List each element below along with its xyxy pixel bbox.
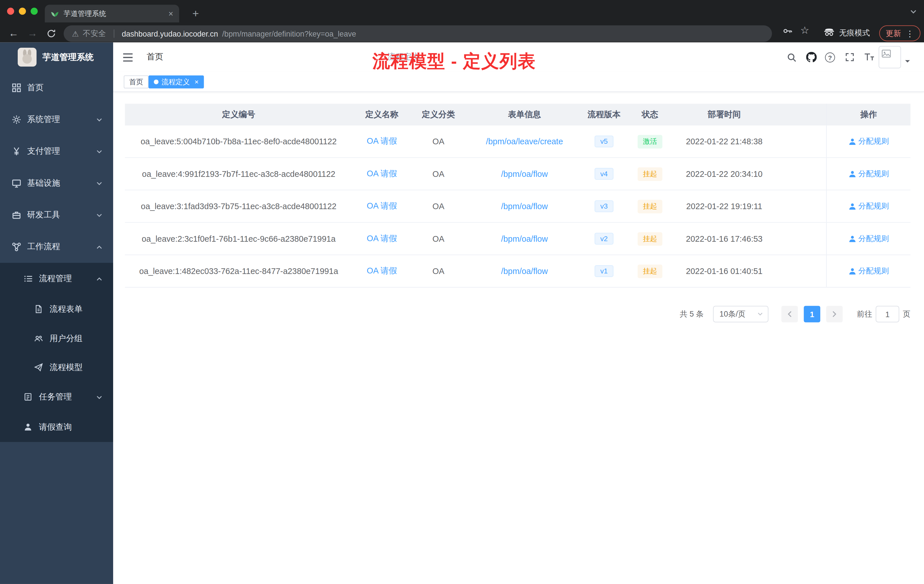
- definition-name-link[interactable]: OA 请假: [367, 168, 397, 179]
- sidebar-item-payment-mgmt[interactable]: 支付管理: [0, 135, 113, 167]
- status-badge[interactable]: 激活: [638, 135, 663, 148]
- logo-avatar: [18, 48, 36, 66]
- sidebar-item-home[interactable]: 首页: [0, 72, 113, 104]
- yen-icon: [12, 147, 21, 156]
- next-page-button[interactable]: [826, 306, 843, 322]
- status-badge[interactable]: 挂起: [638, 232, 663, 246]
- tag-label: 流程定义: [162, 77, 190, 87]
- chevron-down-icon: [96, 212, 102, 218]
- sidebar-item-label: 系统管理: [27, 114, 60, 125]
- bookmark-star-icon[interactable]: ☆: [800, 24, 809, 36]
- column-header: 表单信息: [465, 104, 583, 125]
- tag-home[interactable]: 首页: [124, 76, 148, 88]
- search-icon[interactable]: [787, 53, 797, 63]
- font-size-icon[interactable]: [864, 53, 874, 62]
- status-badge[interactable]: 挂起: [638, 264, 663, 278]
- sidebar-item-task-mgmt[interactable]: 任务管理: [0, 382, 113, 412]
- sidebar-logo[interactable]: 芋道管理系统: [0, 43, 113, 72]
- goto-page-input[interactable]: [876, 306, 899, 322]
- assign-rule-button[interactable]: 分配规则: [848, 201, 889, 211]
- definition-id: oa_leave:3:1fad3d93-7b75-11ec-a3c8-acde4…: [125, 190, 352, 222]
- paper-plane-icon: [34, 363, 44, 372]
- address-bar[interactable]: ⚠ 不安全 dashboard.yudao.iocoder.cn/bpm/man…: [64, 25, 772, 42]
- definition-category: OA: [411, 190, 466, 222]
- tab-search-chevron-icon[interactable]: [910, 8, 917, 15]
- minimize-window-button[interactable]: [19, 8, 26, 15]
- sidebar-item-system-mgmt[interactable]: 系统管理: [0, 104, 113, 135]
- fullscreen-icon[interactable]: [845, 53, 855, 62]
- definition-name-link[interactable]: OA 请假: [367, 136, 397, 147]
- sidebar-item-leave-query[interactable]: 请假查询: [0, 412, 113, 442]
- definition-id: oa_leave:1:482ec033-762a-11ec-8477-a2380…: [125, 255, 352, 287]
- list-icon: [24, 274, 33, 284]
- forward-button[interactable]: →: [24, 25, 41, 43]
- sidebar-item-infrastructure[interactable]: 基础设施: [0, 167, 113, 199]
- chevron-up-icon: [96, 276, 102, 282]
- avatar-caret-down-icon: [905, 60, 910, 65]
- security-warning-icon: ⚠: [72, 29, 79, 38]
- assign-rule-button[interactable]: 分配规则: [848, 233, 889, 244]
- breadcrumb-home[interactable]: 首页: [147, 52, 374, 63]
- table-row: oa_leave:4:991f2193-7b7f-11ec-a3c8-acde4…: [125, 158, 910, 190]
- sidebar-item-process-model[interactable]: 流程模型: [0, 353, 113, 382]
- sidebar-item-process-form[interactable]: 流程表单: [0, 295, 113, 324]
- sidebar: 芋道管理系统 首页 系统管理: [0, 43, 113, 584]
- app-title: 芋道管理系统: [43, 51, 94, 63]
- column-header: 部署时间: [675, 104, 773, 125]
- sidebar-item-workflow[interactable]: 工作流程: [0, 231, 113, 263]
- new-tab-button[interactable]: +: [187, 5, 204, 22]
- back-button[interactable]: ←: [5, 25, 23, 43]
- sidebar-collapse-hamburger-icon[interactable]: [122, 53, 133, 62]
- sidebar-item-dev-tools[interactable]: 研发工具: [0, 199, 113, 231]
- chevron-right-icon: [832, 310, 837, 318]
- table-row: oa_leave:5:004b710b-7b8a-11ec-8ef0-acde4…: [125, 125, 910, 158]
- password-key-icon[interactable]: [782, 26, 792, 36]
- form-link[interactable]: /bpm/oa/flow: [501, 201, 548, 211]
- update-button[interactable]: 更新 ⋮: [879, 25, 920, 41]
- reload-button[interactable]: [43, 25, 60, 43]
- github-icon[interactable]: [806, 52, 817, 63]
- tag-process-definition[interactable]: 流程定义 ×: [148, 76, 204, 88]
- definition-id: oa_leave:5:004b710b-7b8a-11ec-8ef0-acde4…: [125, 125, 352, 157]
- browser-menu-kebab-icon[interactable]: ⋮: [906, 28, 914, 38]
- status-badge[interactable]: 挂起: [638, 167, 663, 181]
- prev-page-button[interactable]: [781, 306, 798, 322]
- tag-close-icon[interactable]: ×: [195, 78, 198, 86]
- user-icon: [848, 235, 856, 243]
- chevron-down-icon: [96, 148, 102, 155]
- definition-category: OA: [411, 255, 466, 287]
- sidebar-item-user-group[interactable]: 用户分组: [0, 324, 113, 353]
- security-label[interactable]: 不安全: [83, 28, 106, 39]
- version-badge: v2: [594, 233, 614, 244]
- definition-category: OA: [411, 158, 466, 190]
- page-size-select[interactable]: 10条/页: [713, 306, 769, 322]
- browser-tab[interactable]: 芋道管理系统 ×: [45, 5, 179, 23]
- user-icon: [848, 202, 856, 210]
- column-header: 流程版本: [583, 104, 625, 125]
- form-link[interactable]: /bpm/oa/flow: [501, 234, 548, 243]
- assign-rule-button[interactable]: 分配规则: [848, 168, 889, 179]
- close-window-button[interactable]: [7, 8, 14, 15]
- sidebar-item-process-mgmt[interactable]: 流程管理: [0, 263, 113, 295]
- assign-rule-button[interactable]: 分配规则: [848, 136, 889, 147]
- deploy-time: 2022-01-22 19:19:11: [675, 190, 773, 222]
- definition-name-link[interactable]: OA 请假: [367, 266, 397, 276]
- monitor-icon: [12, 178, 21, 188]
- definition-name-link[interactable]: OA 请假: [367, 201, 397, 211]
- definition-name-link[interactable]: OA 请假: [367, 233, 397, 244]
- tab-close-icon[interactable]: ×: [168, 9, 173, 18]
- clipboard-icon: [24, 393, 33, 402]
- form-link[interactable]: /bpm/oa/leave/create: [486, 137, 563, 146]
- version-badge: v5: [594, 135, 614, 147]
- assign-rule-button[interactable]: 分配规则: [848, 266, 889, 276]
- current-page-button[interactable]: 1: [804, 306, 820, 322]
- favicon-leaf-icon: [51, 10, 59, 18]
- user-icon: [848, 267, 856, 275]
- status-badge[interactable]: 挂起: [638, 200, 663, 213]
- help-icon[interactable]: ?: [825, 53, 835, 63]
- tags-view-bar: 首页 流程定义 ×: [113, 72, 924, 92]
- avatar[interactable]: [879, 46, 901, 68]
- form-link[interactable]: /bpm/oa/flow: [501, 169, 548, 178]
- maximize-window-button[interactable]: [31, 8, 38, 15]
- form-link[interactable]: /bpm/oa/flow: [501, 266, 548, 276]
